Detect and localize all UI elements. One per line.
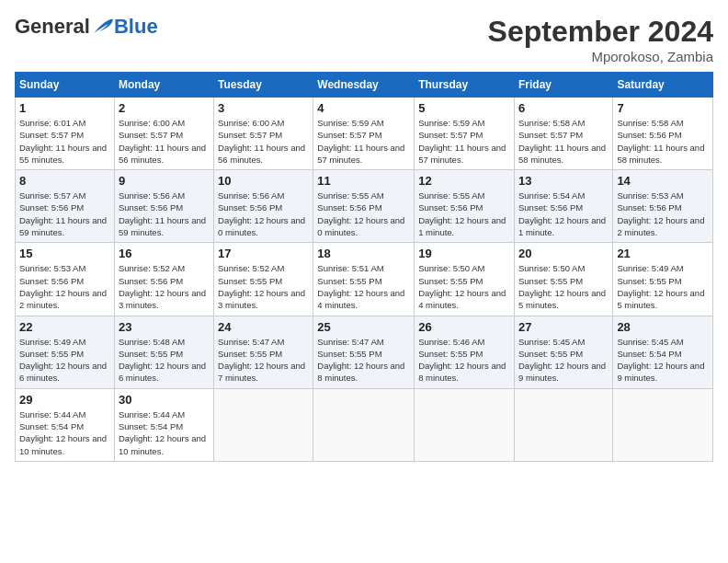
day-number: 23 — [119, 320, 210, 334]
table-row: 7 Sunrise: 5:58 AM Sunset: 5:56 PM Dayli… — [613, 98, 713, 170]
day-number: 5 — [418, 101, 510, 115]
day-info: Sunrise: 5:46 AM Sunset: 5:55 PM Dayligh… — [418, 336, 510, 385]
calendar-week-row: 8 Sunrise: 5:57 AM Sunset: 5:56 PM Dayli… — [16, 170, 713, 243]
table-row: 18 Sunrise: 5:51 AM Sunset: 5:55 PM Dayl… — [313, 243, 415, 316]
col-sunday: Sunday — [16, 73, 115, 98]
table-row: 6 Sunrise: 5:58 AM Sunset: 5:57 PM Dayli… — [514, 98, 612, 170]
table-row: 28 Sunrise: 5:45 AM Sunset: 5:54 PM Dayl… — [613, 316, 713, 388]
day-info: Sunrise: 5:53 AM Sunset: 5:56 PM Dayligh… — [19, 262, 110, 311]
location: Mporokoso, Zambia — [488, 49, 713, 64]
day-info: Sunrise: 5:53 AM Sunset: 5:56 PM Dayligh… — [617, 190, 709, 238]
table-row: 22 Sunrise: 5:49 AM Sunset: 5:55 PM Dayl… — [16, 316, 115, 388]
calendar-table: Sunday Monday Tuesday Wednesday Thursday… — [15, 72, 713, 462]
day-info: Sunrise: 5:54 AM Sunset: 5:56 PM Dayligh… — [518, 190, 609, 238]
day-info: Sunrise: 5:59 AM Sunset: 5:57 PM Dayligh… — [317, 117, 410, 166]
day-number: 27 — [518, 320, 609, 334]
col-wednesday: Wednesday — [313, 73, 415, 98]
calendar-week-row: 22 Sunrise: 5:49 AM Sunset: 5:55 PM Dayl… — [16, 316, 713, 388]
day-info: Sunrise: 5:47 AM Sunset: 5:55 PM Dayligh… — [317, 336, 410, 385]
day-info: Sunrise: 5:57 AM Sunset: 5:56 PM Dayligh… — [19, 190, 110, 238]
day-number: 6 — [518, 101, 609, 115]
day-number: 14 — [617, 174, 709, 188]
table-row: 10 Sunrise: 5:56 AM Sunset: 5:56 PM Dayl… — [214, 170, 313, 243]
table-row: 14 Sunrise: 5:53 AM Sunset: 5:56 PM Dayl… — [613, 170, 713, 243]
calendar-week-row: 1 Sunrise: 6:01 AM Sunset: 5:57 PM Dayli… — [16, 98, 713, 170]
day-number: 25 — [317, 320, 410, 334]
col-saturday: Saturday — [613, 73, 713, 98]
day-info: Sunrise: 5:52 AM Sunset: 5:55 PM Dayligh… — [218, 262, 309, 311]
day-info: Sunrise: 5:44 AM Sunset: 5:54 PM Dayligh… — [19, 408, 110, 457]
table-row — [313, 388, 415, 461]
table-row: 29 Sunrise: 5:44 AM Sunset: 5:54 PM Dayl… — [16, 388, 115, 461]
table-row: 13 Sunrise: 5:54 AM Sunset: 5:56 PM Dayl… — [514, 170, 612, 243]
col-friday: Friday — [514, 73, 612, 98]
day-number: 13 — [518, 174, 609, 188]
day-info: Sunrise: 5:47 AM Sunset: 5:55 PM Dayligh… — [218, 336, 309, 385]
day-number: 18 — [317, 247, 410, 260]
table-row: 21 Sunrise: 5:49 AM Sunset: 5:55 PM Dayl… — [613, 243, 713, 316]
table-row: 2 Sunrise: 6:00 AM Sunset: 5:57 PM Dayli… — [114, 98, 213, 170]
table-row: 25 Sunrise: 5:47 AM Sunset: 5:55 PM Dayl… — [313, 316, 415, 388]
col-monday: Monday — [114, 73, 213, 98]
calendar-header-row: Sunday Monday Tuesday Wednesday Thursday… — [16, 73, 713, 98]
table-row: 11 Sunrise: 5:55 AM Sunset: 5:56 PM Dayl… — [313, 170, 415, 243]
day-number: 7 — [617, 101, 709, 115]
day-info: Sunrise: 5:45 AM Sunset: 5:54 PM Dayligh… — [617, 336, 709, 385]
table-row: 20 Sunrise: 5:50 AM Sunset: 5:55 PM Dayl… — [514, 243, 612, 316]
table-row: 30 Sunrise: 5:44 AM Sunset: 5:54 PM Dayl… — [114, 388, 213, 461]
table-row: 26 Sunrise: 5:46 AM Sunset: 5:55 PM Dayl… — [415, 316, 515, 388]
day-number: 22 — [19, 320, 110, 334]
bird-icon — [92, 17, 114, 37]
day-info: Sunrise: 5:58 AM Sunset: 5:56 PM Dayligh… — [617, 117, 709, 166]
month-title: September 2024 — [488, 15, 713, 49]
table-row: 5 Sunrise: 5:59 AM Sunset: 5:57 PM Dayli… — [415, 98, 515, 170]
day-info: Sunrise: 5:44 AM Sunset: 5:54 PM Dayligh… — [119, 408, 210, 457]
day-number: 24 — [218, 320, 309, 334]
table-row: 12 Sunrise: 5:55 AM Sunset: 5:56 PM Dayl… — [415, 170, 515, 243]
table-row: 9 Sunrise: 5:56 AM Sunset: 5:56 PM Dayli… — [114, 170, 213, 243]
day-number: 1 — [19, 101, 110, 115]
table-row: 23 Sunrise: 5:48 AM Sunset: 5:55 PM Dayl… — [114, 316, 213, 388]
calendar-week-row: 29 Sunrise: 5:44 AM Sunset: 5:54 PM Dayl… — [16, 388, 713, 461]
table-row: 15 Sunrise: 5:53 AM Sunset: 5:56 PM Dayl… — [16, 243, 115, 316]
col-tuesday: Tuesday — [214, 73, 313, 98]
table-row: 27 Sunrise: 5:45 AM Sunset: 5:55 PM Dayl… — [514, 316, 612, 388]
day-number: 15 — [19, 247, 110, 260]
day-number: 29 — [19, 393, 110, 407]
table-row: 17 Sunrise: 5:52 AM Sunset: 5:55 PM Dayl… — [214, 243, 313, 316]
title-block: September 2024 Mporokoso, Zambia — [488, 15, 713, 64]
day-number: 11 — [317, 174, 410, 188]
day-number: 12 — [418, 174, 510, 188]
table-row: 24 Sunrise: 5:47 AM Sunset: 5:55 PM Dayl… — [214, 316, 313, 388]
day-info: Sunrise: 6:00 AM Sunset: 5:57 PM Dayligh… — [218, 117, 309, 166]
logo-blue: Blue — [114, 15, 158, 39]
table-row: 16 Sunrise: 5:52 AM Sunset: 5:56 PM Dayl… — [114, 243, 213, 316]
day-info: Sunrise: 5:50 AM Sunset: 5:55 PM Dayligh… — [418, 262, 510, 311]
day-info: Sunrise: 5:45 AM Sunset: 5:55 PM Dayligh… — [518, 336, 609, 385]
day-number: 17 — [218, 247, 309, 260]
day-number: 3 — [218, 101, 309, 115]
table-row: 8 Sunrise: 5:57 AM Sunset: 5:56 PM Dayli… — [16, 170, 115, 243]
day-number: 20 — [518, 247, 609, 260]
day-info: Sunrise: 5:49 AM Sunset: 5:55 PM Dayligh… — [617, 262, 709, 311]
table-row: 4 Sunrise: 5:59 AM Sunset: 5:57 PM Dayli… — [313, 98, 415, 170]
day-number: 2 — [119, 101, 210, 115]
table-row: 1 Sunrise: 6:01 AM Sunset: 5:57 PM Dayli… — [16, 98, 115, 170]
day-info: Sunrise: 5:48 AM Sunset: 5:55 PM Dayligh… — [119, 336, 210, 385]
day-info: Sunrise: 5:55 AM Sunset: 5:56 PM Dayligh… — [418, 190, 510, 238]
day-info: Sunrise: 5:49 AM Sunset: 5:55 PM Dayligh… — [19, 336, 110, 385]
day-info: Sunrise: 5:55 AM Sunset: 5:56 PM Dayligh… — [317, 190, 410, 238]
day-number: 10 — [218, 174, 309, 188]
day-number: 26 — [418, 320, 510, 334]
day-info: Sunrise: 5:58 AM Sunset: 5:57 PM Dayligh… — [518, 117, 609, 166]
day-info: Sunrise: 5:50 AM Sunset: 5:55 PM Dayligh… — [518, 262, 609, 311]
day-number: 30 — [119, 393, 210, 407]
table-row: 19 Sunrise: 5:50 AM Sunset: 5:55 PM Dayl… — [415, 243, 515, 316]
table-row: 3 Sunrise: 6:00 AM Sunset: 5:57 PM Dayli… — [214, 98, 313, 170]
day-info: Sunrise: 5:51 AM Sunset: 5:55 PM Dayligh… — [317, 262, 410, 311]
day-number: 9 — [119, 174, 210, 188]
logo: General Blue — [15, 15, 158, 39]
day-info: Sunrise: 5:56 AM Sunset: 5:56 PM Dayligh… — [119, 190, 210, 238]
day-number: 8 — [19, 174, 110, 188]
day-number: 16 — [119, 247, 210, 260]
